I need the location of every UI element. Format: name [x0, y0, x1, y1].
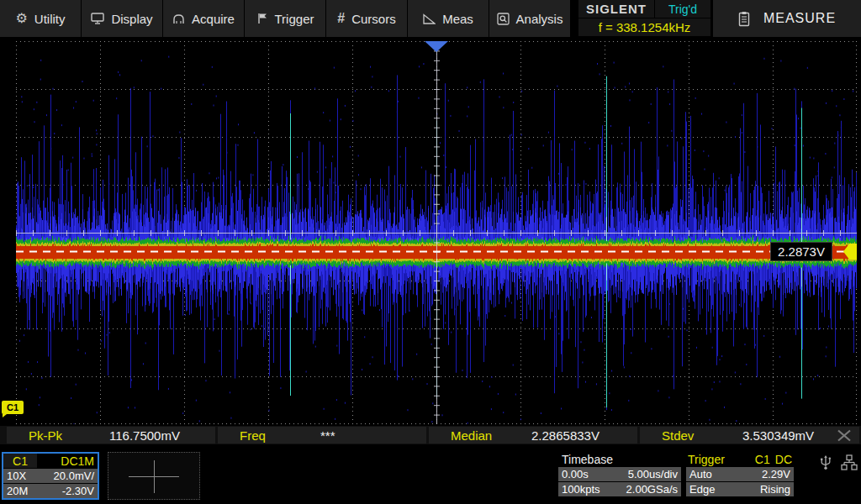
- waveform-display[interactable]: 2.2873V: [16, 41, 857, 424]
- add-channel-placeholder[interactable]: [108, 452, 200, 500]
- trigger-type: Edge: [689, 483, 715, 496]
- trigger-position-marker[interactable]: [425, 41, 448, 52]
- menu-cursors-label: Cursors: [351, 12, 396, 26]
- lan-network-icon: [841, 454, 858, 470]
- trigger-mode: Auto: [689, 468, 712, 480]
- measurement-label: Median: [429, 428, 531, 443]
- timebase-delay: 0.00s: [562, 468, 589, 480]
- menu-display[interactable]: Display: [82, 0, 162, 37]
- plus-icon: [154, 460, 155, 493]
- hash-icon: #: [337, 12, 345, 25]
- waveform-canvas[interactable]: [16, 41, 857, 424]
- trigger-coupling: DC: [775, 453, 794, 466]
- channel1-probe: 10X: [7, 470, 26, 482]
- usb-icon: [819, 454, 832, 470]
- trigger-slope: Rising: [760, 483, 790, 496]
- magnifier-box-icon: [497, 13, 510, 25]
- menu-acquire[interactable]: Acquire: [163, 0, 244, 37]
- timebase-scale: 5.00us/div: [628, 468, 678, 480]
- timebase-title: Timebase: [558, 452, 681, 466]
- menu-analysis-label: Analysis: [516, 12, 563, 26]
- measurement-slot-median[interactable]: Median 2.2865833V: [429, 427, 637, 444]
- probe-arch-icon: [172, 13, 185, 24]
- measurement-slot-freq[interactable]: Freq ***: [218, 427, 426, 444]
- close-measurements-button[interactable]: [829, 427, 859, 444]
- trigger-info-box[interactable]: Trigger C1 DC Auto 2.29V Edge Rising: [686, 452, 794, 500]
- menu-cursors[interactable]: # Cursors: [326, 0, 407, 37]
- trigger-level: 2.29V: [762, 468, 790, 480]
- menu-meas[interactable]: Meas: [408, 0, 489, 37]
- trigger-level-readout: 2.2873V: [770, 242, 832, 261]
- menu-utility[interactable]: ⚙ Utility: [0, 0, 81, 37]
- channel-offset-marker[interactable]: C1: [2, 401, 24, 414]
- close-icon: [835, 429, 853, 442]
- setsquare-icon: [423, 13, 436, 24]
- menu-trigger[interactable]: Trigger: [245, 0, 325, 37]
- menu-utility-label: Utility: [34, 12, 66, 26]
- status-bar: C1 DC1M 10X 20.0mV/ 20M -2.30V Timebase …: [0, 447, 861, 504]
- channel1-scale: 20.0mV/: [54, 470, 94, 482]
- gear-icon: ⚙: [15, 12, 27, 25]
- trigger-title: Trigger: [688, 453, 750, 466]
- measurement-slot-stdev[interactable]: Stdev 3.530349mV: [640, 427, 848, 444]
- monitor-icon: [91, 13, 104, 24]
- frequency-counter-readout: f = 338.1254kHz: [578, 18, 710, 36]
- top-menu-bar: ⚙ Utility Display Acquire Trigger # Curs…: [0, 0, 861, 37]
- menu-trigger-label: Trigger: [275, 12, 314, 26]
- brand-status-block: SIGLENT Trig'd f = 338.1254kHz: [578, 0, 710, 37]
- measurement-label: Freq: [218, 428, 320, 443]
- menu-acquire-label: Acquire: [192, 12, 235, 26]
- channel1-name: C1: [3, 454, 37, 468]
- active-menu-measure[interactable]: MEASURE: [713, 0, 861, 37]
- timebase-samplerate: 2.00GSa/s: [626, 483, 678, 496]
- trigger-status-badge: Trig'd: [655, 0, 710, 18]
- measurement-value: 2.2865833V: [531, 428, 600, 443]
- measurement-label: Stdev: [640, 428, 742, 443]
- trigger-source: C1: [753, 453, 772, 466]
- measurement-value: ***: [320, 428, 335, 443]
- flag-icon: [256, 13, 268, 24]
- clipboard-icon: [738, 11, 750, 27]
- active-menu-label: MEASURE: [763, 11, 836, 26]
- menu-meas-label: Meas: [442, 12, 473, 26]
- measurement-label: Pk-Pk: [7, 428, 109, 443]
- channel1-bandwidth: 20M: [7, 485, 28, 497]
- channel1-offset: -2.30V: [62, 485, 94, 497]
- measurement-bar: Pk-Pk 116.7500mV Freq *** Median 2.28658…: [0, 426, 861, 444]
- timebase-memory: 100kpts: [562, 483, 600, 496]
- menu-display-label: Display: [111, 12, 152, 26]
- timebase-info-box[interactable]: Timebase 0.00s 5.00us/div 100kpts 2.00GS…: [558, 452, 681, 500]
- oscilloscope-screen: ⚙ Utility Display Acquire Trigger # Curs…: [0, 0, 861, 504]
- channel1-info-box[interactable]: C1 DC1M 10X 20.0mV/ 20M -2.30V: [2, 452, 99, 500]
- measurement-value: 116.7500mV: [109, 428, 180, 443]
- measurement-value: 3.530349mV: [742, 428, 814, 443]
- menu-analysis[interactable]: Analysis: [489, 0, 570, 37]
- brand-logo: SIGLENT: [578, 0, 654, 18]
- channel1-coupling: DC1M: [37, 454, 98, 468]
- measurement-slot-pkpk[interactable]: Pk-Pk 116.7500mV: [7, 427, 215, 444]
